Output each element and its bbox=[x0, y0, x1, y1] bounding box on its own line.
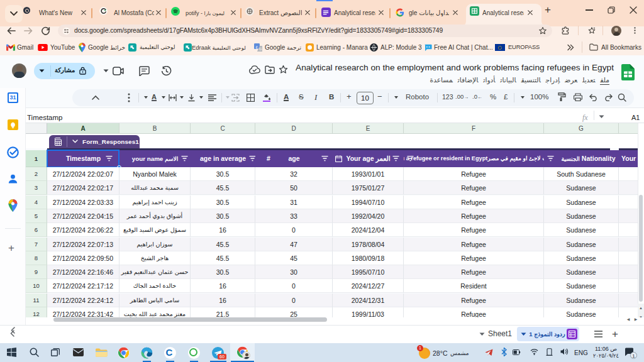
svg-text:G: G bbox=[259, 47, 262, 51]
svg-text:ع: ع bbox=[256, 44, 258, 49]
